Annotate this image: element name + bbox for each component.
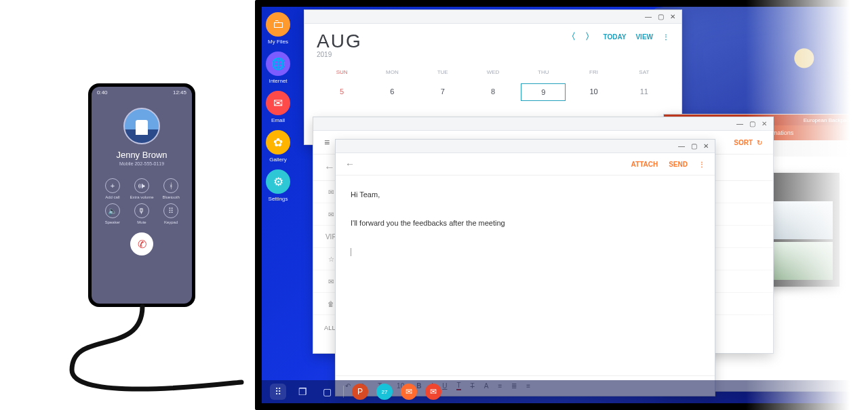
ppt-doc-title: European Backpacking: [804, 117, 859, 123]
calendar-week-row: 5 6 7 8 9 10 11: [304, 79, 682, 97]
sort-button[interactable]: SORT: [734, 139, 753, 146]
attach-button[interactable]: ATTACH: [631, 161, 658, 168]
plus-icon: +: [105, 178, 120, 193]
calendar-month: AUG: [317, 30, 362, 52]
maximize-button[interactable]: ▢: [690, 143, 697, 150]
app-launcher-sidebar: 🗀My Files 🌐Internet ✉Email ✿Gallery ⚙Set…: [266, 12, 290, 202]
taskbar-powerpoint-icon[interactable]: P: [352, 384, 368, 400]
monitor: 🗀My Files 🌐Internet ✉Email ✿Gallery ⚙Set…: [255, 0, 868, 410]
flower-icon: ✿: [266, 130, 290, 155]
envelope-icon: ✉: [266, 91, 290, 115]
keypad-icon: ⠿: [163, 203, 178, 218]
maximize-button[interactable]: ▢: [657, 14, 664, 20]
calendar-day-headers: SUN MON TUE WED THU FRI SAT: [304, 65, 682, 79]
close-button[interactable]: ✕: [669, 14, 676, 20]
dex-desktop: 🗀My Files 🌐Internet ✉Email ✿Gallery ⚙Set…: [262, 7, 861, 403]
my-files-app[interactable]: 🗀My Files: [266, 12, 290, 45]
phone-hangup-icon: ✆: [138, 238, 146, 251]
phone-clock: 12:45: [173, 89, 186, 96]
close-button[interactable]: ✕: [761, 121, 768, 127]
inbox-titlebar[interactable]: — ▢ ✕: [313, 117, 773, 131]
bluetooth-button[interactable]: ᚼBluetooth: [159, 178, 183, 199]
compose-text: I'll forward you the feedbacks after the…: [351, 216, 700, 230]
slide-photo: [766, 201, 833, 239]
keypad-button[interactable]: ⠿Keypad: [159, 203, 183, 224]
close-button[interactable]: ✕: [703, 143, 709, 150]
extra-volume-button[interactable]: 🕪Extra volume: [130, 178, 153, 199]
add-call-button[interactable]: +Add call: [100, 178, 124, 199]
more-icon[interactable]: ⋮: [663, 33, 669, 41]
gallery-app[interactable]: ✿Gallery: [266, 130, 290, 163]
compose-body[interactable]: Hi Team, I'll forward you the feedbacks …: [336, 176, 715, 270]
refresh-icon[interactable]: ↻: [757, 139, 762, 146]
today-button[interactable]: TODAY: [604, 33, 627, 41]
settings-app[interactable]: ⚙Settings: [266, 169, 290, 202]
email-compose-window: — ▢ ✕ ← ATTACH SEND ⋮ Hi Team, I'll forw…: [335, 139, 715, 396]
volume-icon: 🕪: [134, 178, 149, 193]
maximize-button[interactable]: ▢: [749, 121, 755, 127]
caller-avatar: [123, 108, 160, 144]
back-icon[interactable]: ←: [324, 161, 335, 173]
call-duration: 0:40: [97, 89, 108, 96]
minimize-button[interactable]: —: [645, 14, 652, 20]
slide-photo: [766, 242, 833, 280]
view-button[interactable]: VIEW: [635, 33, 653, 41]
calendar-cell[interactable]: 7: [418, 87, 468, 97]
next-month-button[interactable]: 〉: [585, 30, 594, 43]
phone-device: 0:40 12:45 Jenny Brown Mobile 202-555-01…: [88, 83, 195, 307]
menu-icon[interactable]: ≡: [324, 137, 330, 148]
caller-name: Jenny Brown: [116, 150, 167, 160]
caller-number: Mobile 202-555-0119: [119, 161, 164, 166]
mute-icon: 🎙: [134, 203, 149, 218]
phone-status-bar: 0:40 12:45: [92, 87, 192, 98]
dex-taskbar: ⠿ ❐ ▢ P 27 ✉ ✉: [262, 380, 861, 403]
minimize-button[interactable]: —: [736, 121, 743, 127]
calendar-cell[interactable]: 10: [568, 87, 618, 97]
back-icon[interactable]: ←: [345, 159, 355, 169]
text-cursor: [351, 248, 351, 256]
calendar-cell[interactable]: 5: [317, 87, 367, 97]
send-button[interactable]: SEND: [669, 161, 688, 168]
email-app[interactable]: ✉Email: [266, 91, 290, 123]
speaker-button[interactable]: 🔈Speaker: [100, 203, 124, 224]
apps-grid-button[interactable]: ⠿: [270, 384, 286, 400]
minimize-button[interactable]: —: [678, 143, 685, 150]
taskbar-email-icon[interactable]: ✉: [401, 384, 417, 400]
bluetooth-icon: ᚼ: [163, 178, 178, 193]
taskbar-gmail-icon[interactable]: ✉: [425, 384, 441, 400]
taskbar-calendar-icon[interactable]: 27: [376, 384, 393, 400]
end-call-button[interactable]: ✆: [130, 232, 153, 255]
prev-month-button[interactable]: 〈: [567, 30, 576, 43]
usb-cable: [66, 302, 243, 397]
calendar-titlebar[interactable]: — ▢ ✕: [304, 10, 682, 24]
phone-screen: 0:40 12:45 Jenny Brown Mobile 202-555-01…: [92, 87, 192, 304]
call-controls: +Add call 🕪Extra volume ᚼBluetooth 🔈Spea…: [100, 178, 182, 224]
calendar-cell-selected[interactable]: 9: [521, 83, 566, 101]
calendar-cell[interactable]: 8: [468, 87, 518, 97]
mute-button[interactable]: 🎙Mute: [130, 203, 153, 224]
task-view-button[interactable]: ▢: [319, 384, 335, 400]
compose-greeting: Hi Team,: [351, 188, 700, 202]
calendar-cell[interactable]: 6: [367, 87, 417, 97]
speaker-icon: 🔈: [105, 203, 120, 218]
internet-app[interactable]: 🌐Internet: [266, 52, 290, 84]
more-icon[interactable]: ⋮: [698, 161, 705, 168]
compose-titlebar[interactable]: — ▢ ✕: [336, 140, 715, 153]
globe-icon: 🌐: [266, 52, 290, 76]
calendar-cell[interactable]: 11: [619, 87, 669, 97]
recent-apps-button[interactable]: ❐: [294, 384, 311, 400]
folder-icon: 🗀: [266, 12, 290, 37]
gear-icon: ⚙: [266, 169, 290, 194]
